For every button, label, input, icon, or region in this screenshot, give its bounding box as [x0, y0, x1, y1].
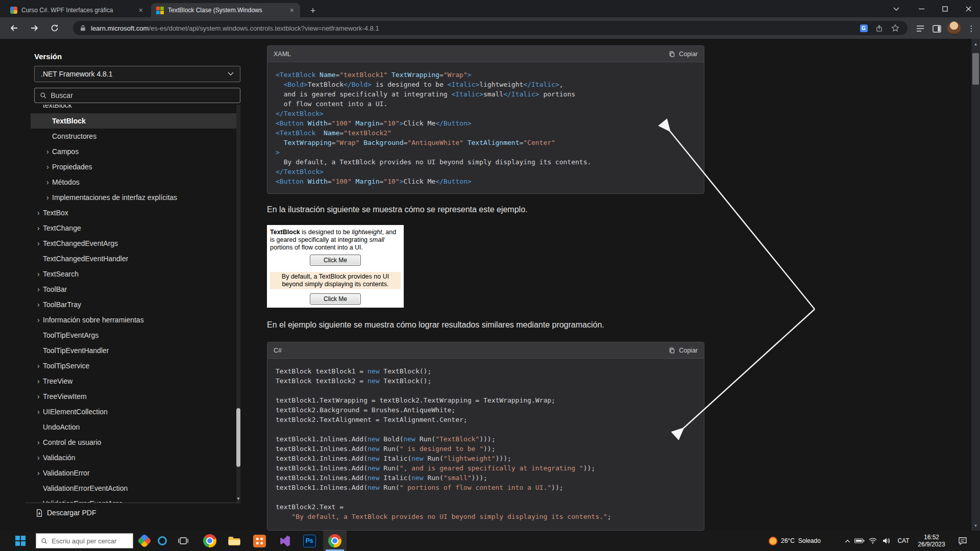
window-close-button[interactable]: [957, 0, 980, 17]
scrollbar-down-icon[interactable]: ▼: [971, 521, 980, 530]
page-scrollbar-thumb[interactable]: [972, 53, 979, 85]
chrome-active-taskbar-icon[interactable]: [323, 531, 347, 551]
windows-logo-icon: [15, 536, 26, 546]
sidebar-tree-item-textsearch[interactable]: ›TextSearch: [31, 266, 236, 282]
sidebar-tree-item-validationerroreventaction[interactable]: ValidationErrorEventAction: [31, 481, 236, 496]
language-indicator[interactable]: CAT: [894, 531, 913, 551]
sidebar-tree-item-textchangedeventargs[interactable]: ›TextChangedEventArgs: [31, 236, 236, 251]
sidebar-tree-item-validationerroreventargs[interactable]: ›ValidationErrorEventArgs: [31, 496, 236, 503]
sidebar-scrollbar[interactable]: ▼: [236, 105, 240, 503]
browser-tab-inactive[interactable]: Curso C#. WPF Interfaces gráfica ×: [5, 3, 149, 17]
network-wifi-icon[interactable]: [867, 531, 879, 551]
window-minimize-button[interactable]: [910, 0, 933, 17]
reading-list-icon[interactable]: [914, 22, 927, 35]
chrome-taskbar-icon[interactable]: [199, 531, 221, 551]
reload-button[interactable]: [46, 19, 63, 37]
taskbar-search-box[interactable]: [36, 533, 133, 548]
sidebar-tree-item-treeviewitem[interactable]: ›TreeViewItem: [31, 389, 236, 404]
sidebar-tree-item-validaci-n[interactable]: ›Validación: [31, 450, 236, 465]
sidebar-tree-item-tooltipservice[interactable]: ›ToolTipService: [31, 358, 236, 373]
sidebar-tree-item-informaci-n-sobre-herramientas[interactable]: ›Información sobre herramientas: [31, 312, 236, 328]
chevron-right-icon: ›: [46, 178, 52, 186]
copy-button[interactable]: Copiar: [669, 51, 698, 58]
sidebar-tree-item-textchangedeventhandler[interactable]: TextChangedEventHandler: [31, 251, 236, 266]
sidebar-search-box[interactable]: [34, 88, 240, 103]
bookmark-star-icon[interactable]: [890, 23, 900, 33]
sidebar-tree-item-constructores[interactable]: Constructores: [31, 129, 236, 144]
sidebar-tree-item-validationerror[interactable]: ›ValidationError: [31, 465, 236, 481]
start-button[interactable]: [14, 535, 27, 547]
tree-item-label: UndoAction: [43, 423, 80, 431]
search-icon: [41, 537, 47, 545]
sidebar-tree-item-uielementcollection[interactable]: ›UIElementCollection: [31, 404, 236, 419]
tree-item-label: ToolBar: [43, 285, 67, 293]
new-tab-button[interactable]: +: [306, 4, 320, 17]
search-icon: [40, 92, 46, 99]
sidebar-scrollbar-thumb[interactable]: [236, 408, 240, 467]
back-button[interactable]: [5, 19, 22, 37]
sidebar-tree-item-undoaction[interactable]: UndoAction: [31, 419, 236, 435]
tab2-close-icon[interactable]: ×: [289, 7, 295, 14]
sidebar-scrollbar-down-icon[interactable]: ▼: [236, 494, 240, 503]
file-explorer-icon[interactable]: [223, 531, 246, 551]
browser-tab-active[interactable]: TextBlock Clase (System.Windows ×: [151, 3, 300, 17]
sidebar-tree-item-implementaciones-de-interfaz-expl-citas[interactable]: ›Implementaciones de interfaz explícitas: [31, 190, 236, 205]
side-panel-icon[interactable]: [930, 22, 943, 35]
code-line: >: [276, 147, 696, 157]
chevron-right-icon: ›: [46, 193, 52, 202]
sidebar-tree-item-textblock[interactable]: TextBlock: [31, 113, 236, 129]
share-icon[interactable]: [874, 23, 884, 33]
chevron-up-icon: [845, 539, 850, 543]
sidebar-tree-item-campos[interactable]: ›Campos: [31, 144, 236, 159]
page-scrollbar[interactable]: ▲ ▼: [971, 39, 980, 531]
screen: Curso C#. WPF Interfaces gráfica × TextB…: [0, 0, 980, 551]
browser-toolbar: learn.microsoft.com/es-es/dotnet/api/sys…: [0, 17, 980, 39]
volume-icon[interactable]: [880, 531, 892, 551]
address-bar[interactable]: learn.microsoft.com/es-es/dotnet/api/sys…: [73, 21, 908, 35]
sidebar-tree-item-propiedades[interactable]: ›Propiedades: [31, 159, 236, 174]
tab1-close-icon[interactable]: ×: [138, 7, 144, 14]
sidebar-tree-item-textchange[interactable]: ›TextChange: [31, 220, 236, 236]
sidebar-tree-item-toolbartray[interactable]: ›ToolBarTray: [31, 297, 236, 312]
taskbar-search-input[interactable]: [52, 537, 128, 545]
illustration-textblock2: By default, a TextBlock provides no UI b…: [270, 272, 401, 289]
cortana-icon[interactable]: [151, 531, 174, 551]
profile-avatar[interactable]: [947, 21, 961, 35]
csharp-code: TextBlock textBlock1 = new TextBlock();T…: [267, 359, 704, 530]
sidebar-tree-item-toolbar[interactable]: ›ToolBar: [31, 282, 236, 297]
battery-icon[interactable]: [853, 531, 866, 551]
tab-search-button[interactable]: [889, 3, 903, 15]
example-illustration: TextBlock is designed to be lightweight,…: [267, 225, 404, 308]
browser-menu-icon[interactable]: ⋮: [966, 22, 977, 35]
code-line: </TextBlock>: [276, 109, 696, 118]
scrollbar-up-icon[interactable]: ▲: [971, 40, 980, 48]
orange-app-icon[interactable]: [248, 531, 271, 551]
task-view-button[interactable]: [172, 531, 194, 551]
copy-button[interactable]: Copiar: [669, 347, 698, 354]
code-line: <TextBlock Name="textBlock2": [276, 128, 696, 138]
code-line: [276, 492, 696, 502]
download-pdf-button[interactable]: Descargar PDF: [36, 509, 96, 517]
forward-button[interactable]: [26, 19, 43, 37]
sidebar-tree-item-treeview[interactable]: ›TreeView: [31, 373, 236, 389]
sidebar-tree-item-m-todos[interactable]: ›Métodos: [31, 174, 236, 190]
chevron-right-icon: ›: [37, 316, 43, 324]
taskbar-clock[interactable]: 16:52 26/9/2023: [914, 531, 949, 551]
translate-icon[interactable]: G: [859, 23, 869, 33]
window-maximize-button[interactable]: [933, 0, 957, 17]
action-center-icon[interactable]: [952, 531, 973, 551]
tray-hidden-icons-button[interactable]: [841, 531, 853, 551]
version-dropdown[interactable]: .NET Framework 4.8.1: [34, 66, 240, 82]
forward-arrow-icon: [30, 24, 39, 32]
sidebar-tree-item-control-de-usuario[interactable]: ›Control de usuario: [31, 435, 236, 450]
code-line: [276, 386, 696, 395]
taskbar-weather-widget[interactable]: 26°C Soleado: [769, 531, 821, 551]
sidebar-search-input[interactable]: [51, 91, 235, 99]
sidebar-tree-item-textbox[interactable]: ›TextBox: [31, 205, 236, 220]
tree-item-label: Información sobre herramientas: [43, 316, 144, 324]
visual-studio-icon[interactable]: [273, 531, 296, 551]
sidebar-tree-item-textblock[interactable]: textBlock: [31, 105, 236, 113]
sidebar-tree-item-tooltipeventargs[interactable]: ToolTipEventArgs: [31, 328, 236, 343]
sidebar-tree-item-tooltipeventhandler[interactable]: ToolTipEventHandler: [31, 343, 236, 358]
photoshop-icon[interactable]: Ps: [298, 531, 321, 551]
